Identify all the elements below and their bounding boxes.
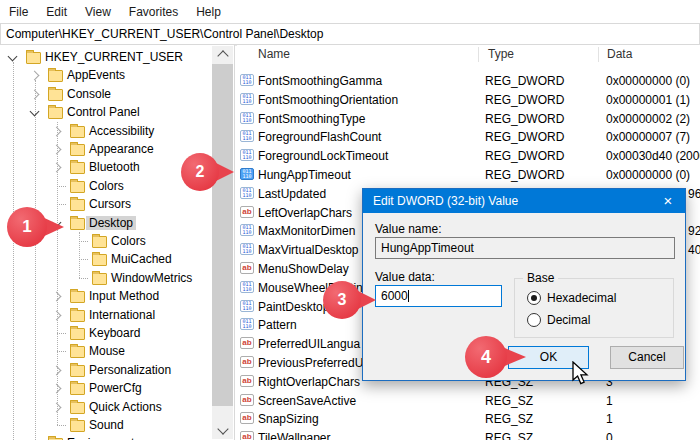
column-header-name[interactable]: Name [258,47,290,61]
value-row-foregroundlocktimeout[interactable]: 011110ForegroundLockTimeoutREG_DWORD0x00… [237,147,700,165]
radio-icon-decimal[interactable] [527,313,541,327]
chevron-collapsed-icon[interactable] [52,402,62,412]
tree-item-control-panel[interactable]: Control Panel [0,103,234,121]
value-data: 1 [606,412,613,426]
radio-icon-hexadecimal[interactable] [527,291,541,305]
tree-item-windowmetrics[interactable]: WindowMetrics [0,269,234,287]
radio-decimal[interactable]: Decimal [527,313,590,327]
tree-item-label: Colors [111,234,146,248]
chevron-collapsed-icon[interactable] [52,126,62,136]
reg-dword-icon: 011110 [240,149,254,161]
scrollbar-thumb[interactable] [212,64,233,406]
tree-item-accessibility[interactable]: Accessibility [0,122,234,140]
column-header-type[interactable]: Type [488,47,514,61]
menu-view[interactable]: View [76,5,120,19]
tree-item-label: MuiCached [111,252,172,266]
pane-splitter[interactable] [234,45,235,440]
value-name: PreviousPreferredU [258,356,363,370]
close-icon[interactable]: × [651,189,685,213]
value-type: REG_DWORD [485,130,564,144]
chevron-expanded-icon[interactable] [30,107,40,117]
chevron-collapsed-icon[interactable] [30,71,40,81]
menu-edit[interactable]: Edit [37,5,76,19]
chevron-collapsed-icon[interactable] [52,163,62,173]
column-header-data[interactable]: Data [607,47,632,61]
tree-item-international[interactable]: International [0,306,234,324]
tree-connector [57,204,66,205]
value-name: SnapSizing [258,412,319,426]
value-row-snapsizing[interactable]: abSnapSizingREG_SZ1 [237,410,700,428]
chevron-collapsed-icon[interactable] [52,292,62,302]
value-type: REG_DWORD [485,112,564,126]
value-name: LastUpdated [258,187,326,201]
dialog-titlebar[interactable]: Edit DWORD (32-bit) Value × [363,189,685,213]
reg-sz-icon: ab [240,337,254,349]
value-row-tilewallpaper[interactable]: abTileWallpaperREG_SZ0 [237,429,700,440]
menu-favorites[interactable]: Favorites [120,5,187,19]
tree-item-label: WindowMetrics [111,271,192,285]
tree-item-console[interactable]: Console [0,85,234,103]
chevron-collapsed-icon[interactable] [52,310,62,320]
value-name: ScreenSaveActive [258,394,356,408]
value-type: REG_SZ [485,394,533,408]
tree-item-label: Colors [89,179,124,193]
value-name: MaxVirtualDesktop [258,243,359,257]
tree-item-label: HKEY_CURRENT_USER [45,50,183,64]
tree-connector [57,351,66,352]
scroll-down-icon[interactable] [217,423,228,434]
chevron-collapsed-icon[interactable] [52,145,62,155]
radio-hexadecimal[interactable]: Hexadecimal [527,291,616,305]
tree-item-sound[interactable]: Sound [0,416,234,434]
cancel-button[interactable]: Cancel [610,346,684,369]
reg-dword-icon: 011110 [240,74,254,86]
value-data-fragment: 40) [688,243,700,257]
tree-item-input-method[interactable]: Input Method [0,287,234,305]
value-name: FontSmoothingOrientation [258,93,398,107]
tree-item-environment[interactable]: Environment [0,434,234,440]
tree-item-label: International [89,308,155,322]
value-row-screensaveactive[interactable]: abScreenSaveActiveREG_SZ1 [237,392,700,410]
tree-item-label: Bluetooth [89,160,140,174]
value-row-hungapptimeout[interactable]: 011110HungAppTimeoutREG_DWORD0x00000000 … [237,166,700,184]
reg-sz-icon: ab [240,206,254,218]
folder-icon [92,236,107,248]
reg-dword-icon: 011110 [240,112,254,124]
address-bar[interactable]: Computer\HKEY_CURRENT_USER\Control Panel… [0,23,700,45]
value-row-fontsmoothinggamma[interactable]: 011110FontSmoothingGammaREG_DWORD0x00000… [237,72,700,90]
reg-sz-icon: ab [240,375,254,387]
tree-item-hkey-current-user[interactable]: HKEY_CURRENT_USER [0,48,234,66]
menu-file[interactable]: File [0,5,37,19]
reg-sz-icon: ab [240,356,254,368]
value-data-field[interactable]: 6000 [375,285,502,307]
folder-icon [70,291,85,303]
chevron-expanded-icon[interactable] [8,52,18,62]
tree-item-mouse[interactable]: Mouse [0,342,234,360]
tree-item-powercfg[interactable]: PowerCfg [0,379,234,397]
reg-dword-icon: 011110 [240,187,254,199]
annotation-number: 1 [7,207,47,247]
chevron-collapsed-icon[interactable] [52,365,62,375]
tree-scrollbar[interactable] [212,46,233,439]
value-row-fontsmoothingtype[interactable]: 011110FontSmoothingTypeREG_DWORD0x000000… [237,110,700,128]
value-row-fontsmoothingorientation[interactable]: 011110FontSmoothingOrientationREG_DWORD0… [237,91,700,109]
reg-dword-icon: 011110 [240,318,254,330]
value-name: FontSmoothingGamma [258,74,382,88]
value-row-foregroundflashcount[interactable]: 011110ForegroundFlashCountREG_DWORD0x000… [237,128,700,146]
column-separator[interactable] [598,47,599,62]
chevron-collapsed-icon[interactable] [52,384,62,394]
tree-item-quick-actions[interactable]: Quick Actions [0,398,234,416]
tree-item-label: AppEvents [67,68,125,82]
column-separator[interactable] [478,47,479,62]
folder-icon [26,52,41,64]
value-data: 0x00000007 (7) [606,130,690,144]
chevron-collapsed-icon[interactable] [30,89,40,99]
menu-help[interactable]: Help [187,5,230,19]
tree-item-appevents[interactable]: AppEvents [0,66,234,84]
value-type: REG_DWORD [485,74,564,88]
tree-item-personalization[interactable]: Personalization [0,361,234,379]
value-name: FontSmoothingType [258,112,365,126]
scroll-up-icon[interactable] [217,50,228,61]
value-name-field[interactable]: HungAppTimeout [375,237,675,259]
tree-item-keyboard[interactable]: Keyboard [0,324,234,342]
tree-item-muicached[interactable]: MuiCached [0,250,234,268]
